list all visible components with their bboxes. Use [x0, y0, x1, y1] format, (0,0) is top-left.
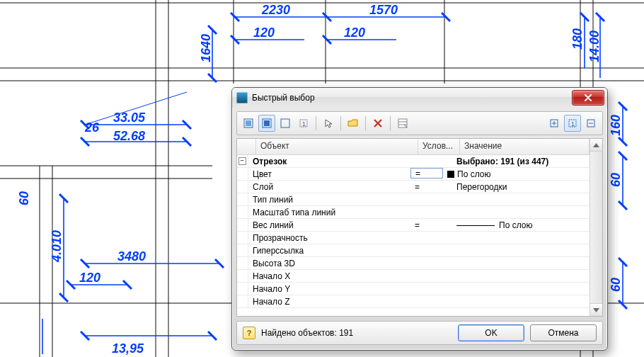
svg-text:1: 1 [571, 120, 575, 128]
scroll-up-icon[interactable] [590, 139, 602, 152]
cell-condition [410, 232, 452, 244]
dim-5268: 52.68 [113, 129, 145, 143]
tool-folder-open-icon[interactable] [345, 115, 362, 132]
lineweight-icon [456, 225, 495, 226]
dim-120a: 120 [253, 26, 275, 40]
cell-condition[interactable]: = [410, 168, 443, 178]
col-condition[interactable]: Услов... [418, 139, 460, 154]
tool-delete-icon[interactable] [369, 115, 386, 132]
dim-2230: 2230 [261, 3, 290, 17]
color-swatch-icon [447, 171, 454, 178]
cell-value [452, 295, 590, 307]
help-icon[interactable]: ? [243, 327, 255, 339]
tool-expand-icon[interactable] [546, 115, 563, 132]
cell-object: Тип линий [248, 193, 410, 205]
ok-button[interactable]: OK [458, 324, 524, 341]
grid-header: Объект Услов... Значение [237, 139, 590, 155]
dim-60b: 60 [17, 191, 31, 205]
dim-120b: 120 [344, 26, 365, 40]
cell-value [452, 206, 590, 218]
dim-1395: 13,95 [112, 341, 144, 356]
dim-60c: 60 [609, 278, 623, 292]
tool-properties-icon[interactable] [394, 115, 411, 132]
grid-row[interactable]: Масштаб типа линий [237, 206, 590, 219]
cell-value: По слою [443, 168, 590, 180]
cell-condition [410, 270, 452, 282]
grid-row[interactable]: Цвет=По слою [237, 168, 590, 181]
dim-26: 26 [84, 120, 100, 135]
dialog-title: Быстрый выбор [252, 93, 315, 103]
tool-pick-icon[interactable] [320, 115, 337, 132]
cell-condition [410, 257, 452, 269]
cell-value [452, 257, 590, 269]
dim-4010: 4.010 [50, 230, 64, 263]
cell-value [452, 270, 590, 282]
svg-rect-61 [246, 120, 251, 126]
dim-3480: 3480 [117, 249, 146, 264]
cell-condition [410, 283, 452, 295]
app-icon [236, 92, 248, 103]
collapse-group-icon[interactable]: – [238, 157, 246, 165]
dim-120c: 120 [79, 271, 100, 285]
cell-value [452, 283, 590, 295]
tool-filter2-icon[interactable]: 1 [564, 115, 581, 132]
grid-row[interactable]: Гиперссылка [237, 244, 590, 257]
quick-select-dialog: Быстрый выбор 1 1 Объект Услов... Значен… [231, 87, 608, 351]
grid-row[interactable]: Начало Z [237, 295, 590, 308]
cell-value: Выбрано: 191 (из 447) [452, 155, 590, 167]
dim-3305: 33.05 [113, 110, 146, 125]
cancel-button[interactable]: Отмена [530, 324, 597, 341]
tool-select-none-icon[interactable] [277, 115, 294, 132]
tool-select-all-icon[interactable] [240, 115, 257, 132]
grid-row[interactable]: Вес линий=По слою [237, 219, 590, 232]
grid-row[interactable]: Высота 3D [237, 257, 590, 270]
cell-condition [410, 244, 452, 256]
cell-object: Слой [248, 181, 410, 193]
close-button[interactable] [572, 90, 604, 106]
grid-scrollbar[interactable] [590, 139, 602, 316]
cell-object: Прозрачность [248, 232, 410, 244]
cell-value [452, 193, 590, 205]
dim-60a: 60 [609, 173, 623, 187]
grid-row[interactable]: Слой=Перегородки [237, 181, 590, 193]
grid-row[interactable]: Начало Y [237, 283, 590, 295]
cell-object: Масштаб типа линий [248, 206, 410, 218]
cell-condition [410, 295, 452, 307]
cell-object: Вес линий [248, 219, 410, 231]
cell-value [452, 244, 590, 256]
cell-condition: = [410, 219, 452, 231]
svg-text:1: 1 [302, 120, 306, 128]
cell-value: Перегородки [452, 181, 590, 193]
dialog-statusbar: ? Найдено объектов: 191 OK Отмена [236, 321, 603, 345]
dialog-titlebar[interactable]: Быстрый выбор [232, 88, 607, 108]
tool-collapse-icon[interactable] [582, 115, 599, 132]
dim-1400: 14.00 [587, 30, 602, 62]
cell-object: Начало X [248, 270, 410, 282]
cell-object: Гиперссылка [248, 244, 410, 256]
cell-condition [410, 193, 452, 205]
cell-condition [410, 155, 452, 167]
cell-condition: = [410, 181, 452, 193]
dim-1570: 1570 [369, 3, 398, 17]
svg-rect-64 [281, 119, 289, 128]
status-text: Найдено объектов: 191 [261, 328, 353, 338]
grid-row[interactable]: Начало X [237, 270, 590, 283]
cell-value [452, 232, 590, 244]
grid-row[interactable]: Тип линий [237, 193, 590, 206]
tool-select-current-icon[interactable] [258, 115, 275, 132]
dim-1640: 1640 [199, 34, 213, 62]
property-grid: Объект Услов... Значение –ОтрезокВыбрано… [236, 138, 603, 317]
scroll-down-icon[interactable] [590, 303, 602, 316]
tool-filter1-icon[interactable]: 1 [295, 115, 312, 132]
cell-object: Высота 3D [248, 257, 410, 269]
cell-object: Начало Y [248, 283, 410, 295]
dim-160: 160 [609, 115, 623, 136]
grid-row[interactable]: –ОтрезокВыбрано: 191 (из 447) [237, 155, 590, 168]
cell-condition [410, 206, 452, 218]
col-object[interactable]: Объект [256, 139, 418, 154]
dim-180: 180 [570, 28, 585, 50]
cell-object: Начало Z [248, 295, 410, 307]
col-value[interactable]: Значение [460, 139, 590, 154]
grid-row[interactable]: Прозрачность [237, 232, 590, 244]
cell-object: Цвет [248, 168, 410, 180]
